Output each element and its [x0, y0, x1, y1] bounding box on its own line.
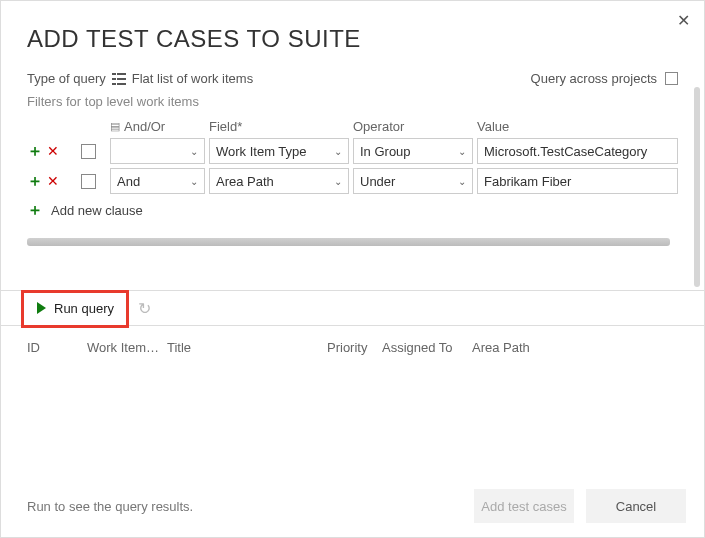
svg-rect-2 — [112, 78, 116, 80]
toolbar: Run query ↻ — [1, 290, 704, 326]
svg-rect-5 — [117, 83, 126, 85]
svg-rect-0 — [112, 73, 116, 75]
row-checkbox[interactable] — [81, 144, 96, 159]
col-area: Area Path — [472, 340, 678, 355]
type-of-query-label: Type of query — [27, 71, 106, 86]
chevron-down-icon: ⌄ — [190, 176, 198, 187]
filter-row: ＋ ✕ And⌄ Area Path⌄ Under⌄ Fabrikam Fibe… — [27, 168, 678, 194]
filters-section-label: Filters for top level work items — [27, 94, 678, 109]
plus-icon: ＋ — [27, 202, 43, 218]
col-header-value: Value — [477, 119, 678, 134]
filter-row: ＋ ✕ ⌄ Work Item Type⌄ In Group⌄ Microsof… — [27, 138, 678, 164]
refresh-icon[interactable]: ↻ — [138, 299, 151, 318]
delete-row-icon[interactable]: ✕ — [47, 174, 59, 188]
chevron-down-icon: ⌄ — [190, 146, 198, 157]
vertical-scrollbar[interactable] — [694, 87, 700, 287]
add-row-icon[interactable]: ＋ — [27, 143, 43, 159]
field-select[interactable]: Area Path⌄ — [209, 168, 349, 194]
andor-select[interactable]: ⌄ — [110, 138, 205, 164]
flat-list-icon — [112, 73, 126, 85]
col-priority: Priority — [327, 340, 382, 355]
col-title: Title — [167, 340, 327, 355]
query-across-projects-checkbox[interactable] — [665, 72, 678, 85]
results-header-row: ID Work Item… Title Priority Assigned To… — [27, 326, 678, 369]
add-new-clause-button[interactable]: ＋ Add new clause — [27, 202, 678, 218]
close-icon[interactable]: ✕ — [677, 11, 690, 30]
andor-select[interactable]: And⌄ — [110, 168, 205, 194]
add-test-cases-button[interactable]: Add test cases — [474, 489, 574, 523]
horizontal-scrollbar[interactable] — [27, 238, 670, 246]
value-input[interactable]: Fabrikam Fiber — [477, 168, 678, 194]
col-assigned: Assigned To — [382, 340, 472, 355]
cancel-button[interactable]: Cancel — [586, 489, 686, 523]
chevron-down-icon: ⌄ — [334, 146, 342, 157]
chevron-down-icon: ⌄ — [458, 176, 466, 187]
operator-select[interactable]: Under⌄ — [353, 168, 473, 194]
chevron-down-icon: ⌄ — [334, 176, 342, 187]
svg-rect-1 — [117, 73, 126, 75]
value-input[interactable]: Microsoft.TestCaseCategory — [477, 138, 678, 164]
field-select[interactable]: Work Item Type⌄ — [209, 138, 349, 164]
col-header-field: Field* — [209, 119, 349, 134]
query-options-row: Type of query Flat list of work items Qu… — [27, 71, 678, 86]
row-checkbox[interactable] — [81, 174, 96, 189]
chevron-down-icon: ⌄ — [458, 146, 466, 157]
query-across-projects-label: Query across projects — [531, 71, 657, 86]
play-icon — [37, 302, 46, 314]
delete-row-icon[interactable]: ✕ — [47, 144, 59, 158]
footer-message: Run to see the query results. — [27, 499, 193, 514]
col-header-operator: Operator — [353, 119, 473, 134]
group-icon: ▤ — [110, 120, 120, 133]
col-header-andor: ▤ And/Or — [110, 119, 205, 134]
operator-select[interactable]: In Group⌄ — [353, 138, 473, 164]
dialog-title: ADD TEST CASES TO SUITE — [1, 1, 704, 71]
add-row-icon[interactable]: ＋ — [27, 173, 43, 189]
filter-table: ▤ And/Or Field* Operator Value ＋ ✕ ⌄ Wor… — [27, 119, 678, 246]
svg-rect-4 — [112, 83, 116, 85]
col-workitem: Work Item… — [87, 340, 167, 355]
svg-rect-3 — [117, 78, 126, 80]
dialog-footer: Run to see the query results. Add test c… — [1, 475, 704, 537]
run-query-button[interactable]: Run query — [27, 297, 124, 320]
type-of-query-value[interactable]: Flat list of work items — [132, 71, 253, 86]
col-id: ID — [27, 340, 87, 355]
